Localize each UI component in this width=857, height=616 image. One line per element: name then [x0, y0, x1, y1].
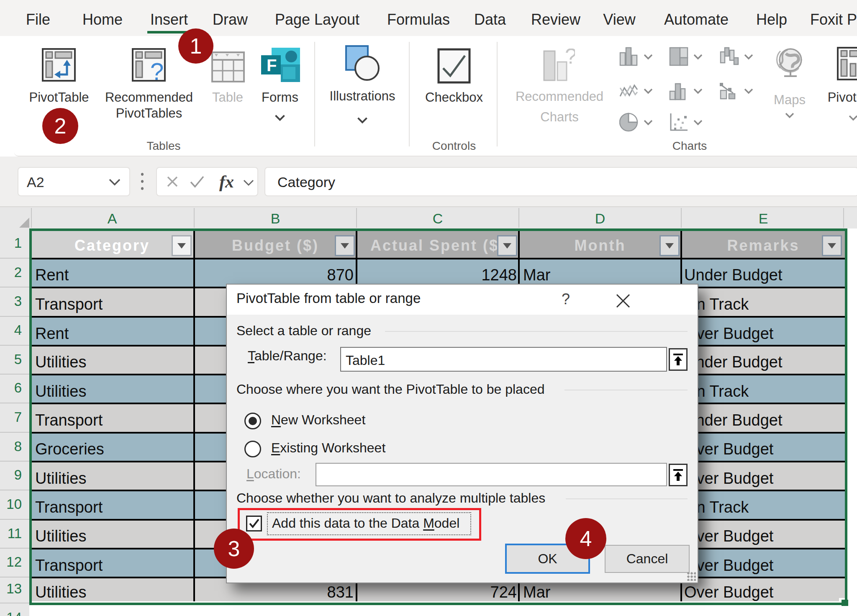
svg-text:?: ? — [565, 49, 575, 68]
svg-text:F: F — [267, 56, 277, 74]
svg-text:?: ? — [150, 58, 164, 82]
